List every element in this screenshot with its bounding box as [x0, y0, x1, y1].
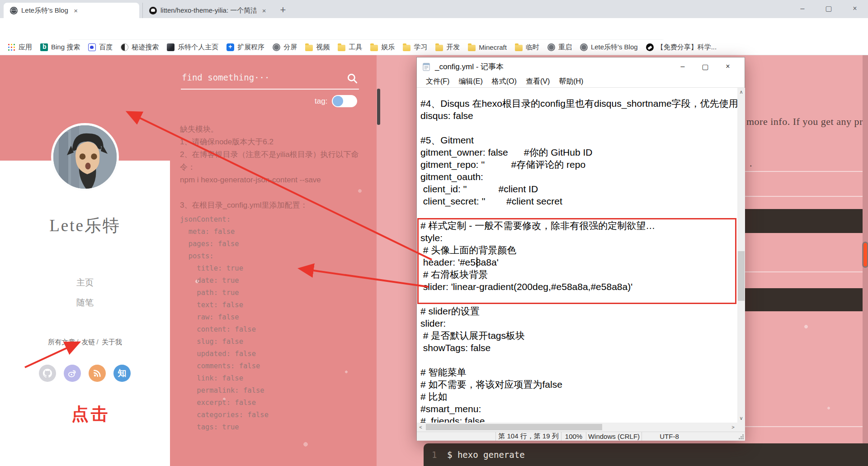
post-preview-dot: . — [750, 157, 752, 169]
search-placeholder: find something··· — [182, 72, 269, 82]
sidebar-nav-item[interactable]: 主页 — [0, 277, 170, 289]
line-number: 1 — [432, 450, 437, 460]
tab-title: litten/hexo-theme-yilia: 一个简洁 — [160, 6, 256, 15]
inner-scrollbar-fragment[interactable] — [377, 89, 380, 125]
notepad-menu-item[interactable]: 文件(F) — [421, 77, 454, 86]
link-separator: / — [95, 338, 100, 346]
link-separator: / — [75, 338, 80, 346]
tab-github[interactable]: litten/hexo-theme-yilia: 一个简洁 × — [142, 3, 273, 18]
content-divider — [745, 271, 863, 272]
notepad-close-button[interactable]: × — [717, 62, 739, 71]
bookmark-label: 百度 — [99, 43, 113, 52]
bookmark-item[interactable]: 秘迹搜索 — [117, 42, 163, 53]
tag-label: tag: — [315, 97, 327, 106]
bookmark-item[interactable]: 【免费分享】科学... — [642, 42, 721, 53]
bookmark-item[interactable]: 开发 — [431, 42, 464, 53]
new-tab-button[interactable]: + — [277, 5, 289, 16]
bookmark-icon — [403, 45, 410, 51]
notepad-titlebar[interactable]: _config.yml - 记事本 – ▢ × — [417, 57, 745, 76]
weibo-icon[interactable] — [64, 365, 81, 382]
window-controls: – ▢ × — [789, 0, 868, 18]
tab-blog[interactable]: Lete乐特's Blog × — [4, 3, 139, 18]
bookmark-icon — [121, 43, 128, 51]
content-divider — [745, 171, 863, 172]
bookmark-item[interactable]: 重启 — [543, 42, 576, 53]
scroll-up-icon[interactable]: ∧ — [737, 89, 745, 95]
json-content-config: jsonContent: meta: false pages: false po… — [180, 214, 269, 433]
bookmark-item[interactable]: 娱乐 — [366, 42, 399, 53]
bookmark-label: Bing 搜索 — [51, 43, 80, 52]
bookmark-item[interactable]: 分屏 — [269, 42, 301, 53]
tab-close-icon[interactable]: × — [260, 7, 268, 14]
notepad-minimize-button[interactable]: – — [671, 62, 694, 71]
resize-grip[interactable] — [697, 432, 745, 441]
bookmark-label: 重启 — [558, 43, 572, 52]
tab-title: Lete乐特's Blog — [21, 6, 68, 15]
notepad-hscroll-thumb[interactable] — [426, 424, 602, 430]
bookmark-label: 应用 — [19, 43, 32, 52]
bookmark-item[interactable]: 视频 — [301, 42, 334, 53]
bookmark-item[interactable]: Lete乐特's Blog — [576, 42, 642, 53]
link-friends[interactable]: 友链 — [82, 338, 95, 346]
bookmark-label: 【免费分享】科学... — [657, 43, 717, 52]
bookmark-item[interactable]: 应用 — [4, 42, 36, 53]
bookmark-icon — [167, 43, 175, 51]
search-box[interactable]: find something··· — [181, 69, 359, 90]
bookmark-item[interactable]: 扩展程序 — [222, 42, 269, 53]
annotation-red-box — [417, 218, 736, 304]
bookmark-item[interactable]: 学习 — [399, 42, 431, 53]
scroll-right-icon[interactable]: > — [729, 424, 737, 430]
scroll-down-icon[interactable]: ∨ — [737, 415, 745, 421]
click-annotation-label: 点击 — [71, 403, 110, 426]
screen: Lete乐特's Blog × litten/hexo-theme-yilia:… — [0, 0, 868, 466]
notepad-menu-item[interactable]: 帮助(H) — [554, 77, 588, 86]
bookmark-label: 工具 — [349, 43, 362, 52]
bookmark-item[interactable]: 临时 — [511, 42, 543, 53]
bookmark-item[interactable]: Bing 搜索 — [36, 42, 84, 53]
notepad-menu-item[interactable]: 编辑(E) — [454, 77, 487, 86]
bookmark-icon — [8, 43, 15, 51]
profile-name: Lete乐特 — [0, 214, 170, 237]
notepad-menu-item[interactable]: 格式(O) — [487, 77, 521, 86]
status-eol: Windows (CRLF) — [586, 432, 642, 441]
window-close-button[interactable]: × — [842, 0, 868, 18]
bookmark-icon — [515, 45, 523, 51]
tab-strip: Lete乐特's Blog × litten/hexo-theme-yilia:… — [0, 0, 868, 18]
bookmark-icon — [435, 45, 443, 51]
zhihu-icon[interactable]: 知 — [113, 365, 131, 382]
github-icon[interactable] — [39, 365, 56, 382]
link-about-me[interactable]: 关于我 — [102, 338, 122, 346]
bookmark-icon — [370, 45, 378, 51]
github-favicon-icon — [149, 7, 157, 14]
tag-toggle[interactable] — [332, 95, 357, 107]
bookmark-icon — [338, 45, 345, 51]
bookmark-item[interactable]: Minecraft — [464, 42, 511, 53]
globe-favicon-icon — [10, 7, 18, 14]
sidebar-nav: 主页 随笔 — [0, 277, 170, 317]
code-block-band — [745, 288, 863, 311]
bookmarks-bar: 应用 Bing 搜索 百度 秘迹搜索 乐特个人主页 — [0, 40, 868, 55]
bookmark-label: Minecraft — [479, 43, 507, 51]
notepad-maximize-button[interactable]: ▢ — [694, 62, 717, 71]
tab-close-icon[interactable]: × — [72, 7, 80, 14]
bookmark-item[interactable]: 工具 — [334, 42, 366, 53]
window-minimize-button[interactable]: – — [789, 0, 816, 18]
bookmark-icon — [273, 43, 280, 51]
notepad-app-icon — [422, 62, 431, 71]
bookmark-label: 开发 — [446, 43, 460, 52]
anime-avatar-art — [53, 125, 119, 191]
window-maximize-button[interactable]: ▢ — [816, 0, 842, 18]
notepad-vscroll-thumb[interactable] — [738, 251, 745, 301]
page-scrollbar-thumb[interactable] — [863, 243, 868, 267]
notepad-menu-item[interactable]: 查看(V) — [521, 77, 554, 86]
search-icon[interactable] — [346, 72, 358, 86]
bookmark-icon — [88, 43, 96, 51]
profile-avatar-image[interactable] — [51, 123, 119, 191]
sidebar-nav-item[interactable]: 随笔 — [0, 297, 170, 309]
rss-icon[interactable] — [89, 365, 106, 382]
scroll-left-icon[interactable]: < — [417, 424, 425, 430]
bookmark-item[interactable]: 百度 — [84, 42, 117, 53]
notepad-statusbar: 第 104 行，第 19 列 100% Windows (CRLF) UTF-8 — [417, 432, 745, 441]
bookmark-item[interactable]: 乐特个人主页 — [163, 42, 222, 53]
link-all-posts[interactable]: 所有文章 — [48, 338, 75, 346]
